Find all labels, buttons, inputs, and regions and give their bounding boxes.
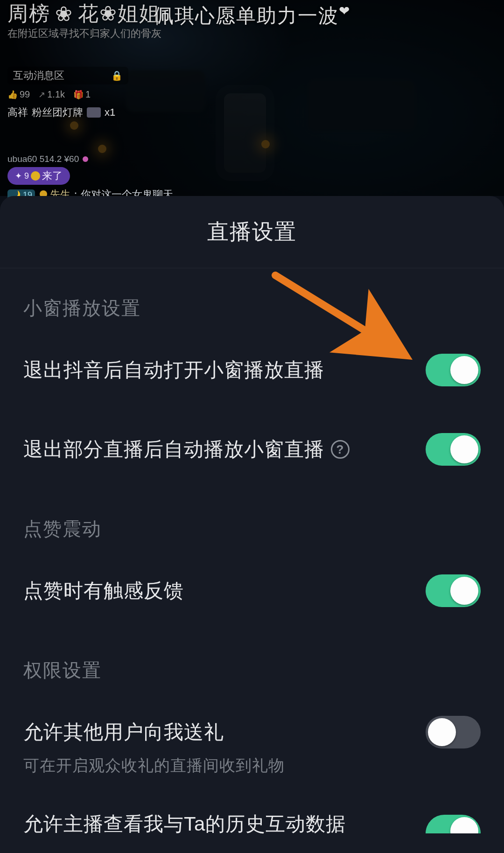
toggle-allow-others-gift[interactable] [426, 716, 481, 748]
section-pip: 小窗播放设置 [0, 268, 504, 330]
row-label: 退出抖音后自动打开小窗播放直播 [23, 357, 324, 383]
section-like-haptics: 点赞震动 [0, 489, 504, 551]
share-icon: ↗ [38, 90, 45, 100]
interaction-panel-chip[interactable]: 互动消息区 🔒 [7, 67, 128, 84]
joined-badge: ✦ 9 来了 [7, 167, 70, 185]
fanclub-gift-line: 高祥 粉丝团灯牌 x1 [7, 105, 497, 119]
dot-icon [83, 156, 88, 162]
row-pip-after-exit-app[interactable]: 退出抖音后自动打开小窗播放直播 [0, 330, 504, 410]
toggle-like-haptics[interactable] [426, 574, 481, 607]
toggle-allow-host-view-history[interactable] [426, 815, 481, 833]
row-label: 退出部分直播后自动播放小窗直播 ? [23, 436, 350, 462]
row-pip-after-exit-room[interactable]: 退出部分直播后自动播放小窗直播 ? [0, 410, 504, 489]
help-icon[interactable]: ? [331, 440, 350, 459]
toggle-pip-after-exit-room[interactable] [426, 433, 481, 466]
row-description: 可在开启观众收礼的直播间收到礼物 [0, 755, 504, 788]
row-like-haptics[interactable]: 点赞时有触感反馈 [0, 551, 504, 630]
row-label: 点赞时有触感反馈 [23, 578, 184, 604]
row-allow-host-view-history[interactable]: 允许主播查看我与Ta的历史互动数据 [0, 788, 504, 837]
livestream-overlay: 佩琪心愿单助力一波❤ 周榜 ❀ 花❀姐姐 在附近区域寻找不归家人们的骨灰 互动消… [0, 0, 504, 196]
lock-icon: 🔒 [111, 70, 123, 81]
mini-stats: 👍99 ↗1.1k 🎁1 [7, 89, 497, 100]
fanclub-flag-icon [87, 107, 101, 118]
row-allow-others-gift[interactable]: 允许其他用户向我送礼 [0, 692, 504, 755]
live-settings-sheet: 直播设置 小窗播放设置 退出抖音后自动打开小窗播放直播 退出部分直播后自动播放小… [0, 196, 504, 853]
thumb-icon: 👍 [7, 90, 18, 100]
row-label: 允许其他用户向我送礼 [23, 719, 224, 745]
row-label: 允许主播查看我与Ta的历史互动数据 [23, 811, 346, 837]
system-line-1: ubua60 514.2 ¥60 [7, 154, 497, 164]
wishlist-banner: 佩琪心愿单助力一波❤ [0, 3, 504, 29]
section-permissions: 权限设置 [0, 630, 504, 692]
toggle-pip-after-exit-app[interactable] [426, 354, 481, 386]
sheet-title: 直播设置 [0, 196, 504, 268]
gift-icon: 🎁 [73, 90, 84, 100]
